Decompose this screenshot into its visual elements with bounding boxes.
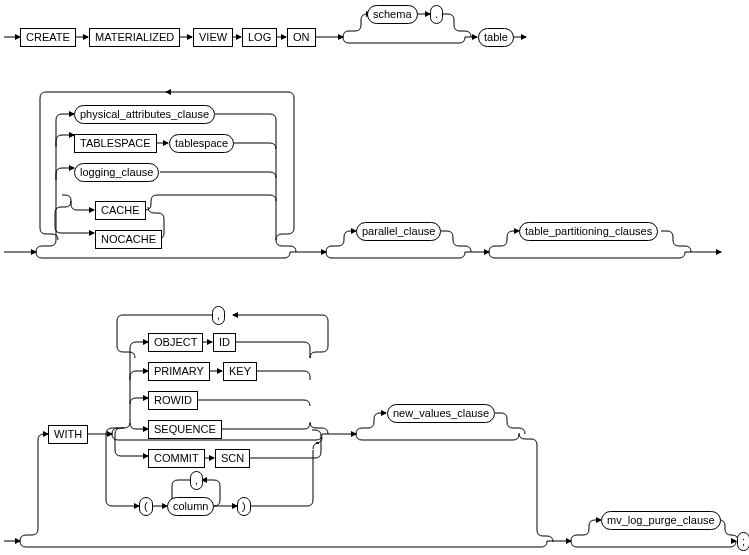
nt-physical-attributes: physical_attributes_clause xyxy=(74,105,215,124)
nt-schema: schema xyxy=(367,5,418,24)
nt-tablespace: tablespace xyxy=(169,134,234,153)
syntax-diagram: CREATE MATERIALIZED VIEW LOG ON schema .… xyxy=(0,0,749,555)
kw-log: LOG xyxy=(242,28,277,47)
nt-mv-log-purge-clause: mv_log_purge_clause xyxy=(601,511,721,530)
kw-commit: COMMIT xyxy=(148,449,205,468)
kw-object: OBJECT xyxy=(148,333,203,352)
punct-comma-2: , xyxy=(190,471,203,490)
kw-create: CREATE xyxy=(20,28,76,47)
nt-table: table xyxy=(478,28,514,47)
kw-with: WITH xyxy=(48,425,88,444)
kw-tablespace: TABLESPACE xyxy=(74,134,157,153)
kw-cache: CACHE xyxy=(95,201,146,220)
nt-table-partitioning: table_partitioning_clauses xyxy=(519,222,658,241)
kw-on: ON xyxy=(287,28,316,47)
nt-column: column xyxy=(167,497,214,516)
kw-sequence: SEQUENCE xyxy=(148,420,222,439)
kw-nocache: NOCACHE xyxy=(95,230,162,249)
kw-scn: SCN xyxy=(215,449,250,468)
nt-logging-clause: logging_clause xyxy=(74,163,159,182)
kw-primary: PRIMARY xyxy=(148,362,210,381)
kw-view: VIEW xyxy=(193,28,233,47)
kw-materialized: MATERIALIZED xyxy=(89,28,180,47)
kw-rowid: ROWID xyxy=(148,391,198,410)
punct-semi: ; xyxy=(737,532,749,551)
kw-key: KEY xyxy=(223,362,257,381)
nt-new-values-clause: new_values_clause xyxy=(387,404,495,423)
punct-lparen: ( xyxy=(139,497,153,516)
punct-comma-1: , xyxy=(212,306,225,325)
railroad-connectors xyxy=(0,0,749,555)
punct-dot: . xyxy=(430,5,443,24)
kw-id: ID xyxy=(213,333,236,352)
punct-rparen: ) xyxy=(237,497,251,516)
nt-parallel-clause: parallel_clause xyxy=(356,222,441,241)
